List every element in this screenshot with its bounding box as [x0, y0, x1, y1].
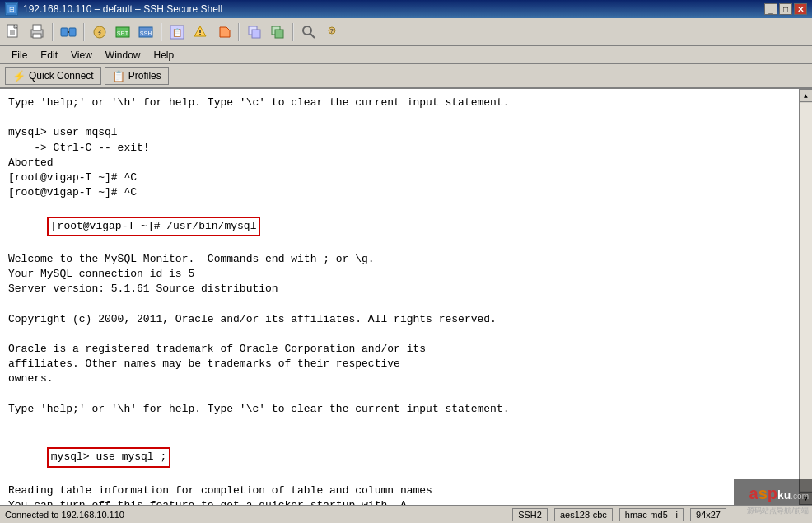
- term-line-22: Reading table information for completion…: [8, 483, 791, 498]
- toolbar-btn-9[interactable]: [298, 21, 320, 43]
- toolbar-btn-7[interactable]: [244, 21, 265, 43]
- svg-rect-8: [33, 25, 41, 30]
- quick-connect-label: Quick Connect: [29, 70, 94, 82]
- toolbar-btn-10[interactable]: ?: [321, 21, 343, 43]
- logo-asp: asp: [749, 484, 777, 503]
- profiles-icon: 📋: [112, 70, 125, 82]
- term-line-3: mysql> user mqsql: [8, 125, 791, 140]
- logo-a: a: [749, 484, 758, 502]
- window-controls: _ □ ✕: [764, 3, 807, 15]
- term-line-17: owners.: [8, 371, 791, 386]
- term-line-14: [8, 327, 791, 342]
- toolbar-btn-3[interactable]: SSH: [135, 21, 156, 43]
- logo-s: s: [758, 484, 768, 502]
- menu-window[interactable]: Window: [99, 48, 147, 63]
- term-line-15: Oracle is a registered trademark of Orac…: [8, 342, 791, 357]
- term-line-8: [root@vigap-T ~]# /usr/bin/mysql: [8, 200, 791, 252]
- minimize-button[interactable]: _: [764, 3, 777, 15]
- term-line-1: Type 'help;' or '\h' for help. Type '\c'…: [8, 96, 791, 110]
- close-button[interactable]: ✕: [794, 3, 807, 15]
- svg-rect-25: [252, 30, 260, 38]
- term-line-23: You can turn off this feature to get a q…: [8, 498, 791, 505]
- term-line-18: [8, 387, 791, 402]
- status-ssh: SSH2: [512, 508, 548, 521]
- svg-text:📋: 📋: [172, 27, 183, 38]
- status-bar: Connected to 192.168.10.110 SSH2 aes128-…: [0, 505, 812, 523]
- term-line-7: [root@vigap-T ~]# ^C: [8, 185, 791, 200]
- term-line-4: -> Ctrl-C -- exit!: [8, 141, 791, 156]
- status-connected: Connected to 192.168.10.110: [5, 510, 124, 520]
- svg-rect-11: [69, 28, 76, 36]
- menu-file[interactable]: File: [5, 48, 34, 63]
- logo-p: p: [768, 484, 777, 502]
- menu-edit[interactable]: Edit: [34, 48, 64, 63]
- svg-rect-27: [275, 30, 283, 38]
- terminal[interactable]: Type 'help;' or '\h' for help. Type '\c'…: [0, 89, 799, 505]
- nav-bar: ⚡ Quick Connect 📋 Profiles: [0, 64, 812, 89]
- status-dimensions: 94x27: [690, 508, 726, 521]
- term-line-12: [8, 297, 791, 311]
- menu-view[interactable]: View: [64, 48, 99, 63]
- term-line-9: Welcome to the MySQL Monitor. Commands e…: [8, 252, 791, 267]
- svg-line-29: [310, 34, 315, 38]
- toolbar-sep-2: [83, 23, 85, 41]
- scrollbar[interactable]: ▲ ▼: [799, 89, 812, 505]
- toolbar-btn-6[interactable]: [212, 21, 234, 43]
- term-line-20: [8, 417, 791, 432]
- window-title: 192.168.10.110 – default – SSH Secure Sh…: [23, 3, 222, 15]
- term-line-5: Aborted: [8, 156, 791, 170]
- title-bar-left: ⊞ 192.168.10.110 – default – SSH Secure …: [5, 2, 222, 16]
- term-line-13: Copyright (c) 2000, 2011, Oracle and/or …: [8, 312, 791, 327]
- toolbar-btn-8[interactable]: [267, 21, 288, 43]
- connect-button[interactable]: [58, 21, 79, 43]
- toolbar-btn-5[interactable]: [189, 21, 211, 43]
- term-line-11: Server version: 5.1.61 Source distributi…: [8, 282, 791, 297]
- title-bar: ⊞ 192.168.10.110 – default – SSH Secure …: [0, 0, 812, 18]
- status-hmac: hmac-md5 - i: [619, 508, 684, 521]
- status-cipher: aes128-cbc: [554, 508, 613, 521]
- toolbar-sep-1: [52, 23, 54, 41]
- svg-rect-10: [61, 28, 68, 36]
- term-line-21: mysql> use mysql ;: [8, 432, 791, 483]
- scroll-up[interactable]: ▲: [800, 89, 813, 102]
- svg-text:?: ?: [330, 27, 334, 35]
- toolbar-btn-4[interactable]: 📋: [166, 21, 188, 43]
- highlighted-command-1: [root@vigap-T ~]# /usr/bin/mysql: [47, 217, 261, 236]
- toolbar-sep-3: [161, 23, 162, 41]
- term-line-16: affiliates. Other names may be trademark…: [8, 357, 791, 371]
- new-button[interactable]: [3, 21, 25, 43]
- profiles-button[interactable]: 📋 Profiles: [105, 67, 169, 85]
- quick-connect-button[interactable]: ⚡ Quick Connect: [5, 67, 101, 85]
- toolbar-sep-5: [292, 23, 294, 41]
- svg-text:⚡: ⚡: [97, 29, 102, 38]
- menu-bar: File Edit View Window Help: [0, 46, 812, 64]
- toolbar-btn-1[interactable]: ⚡: [89, 21, 110, 43]
- svg-text:⊞: ⊞: [9, 6, 15, 13]
- svg-text:SFT: SFT: [117, 30, 129, 37]
- svg-rect-9: [33, 34, 41, 38]
- app-icon: ⊞: [5, 2, 18, 16]
- logo-tagline: 源码站点导航/前端: [747, 506, 809, 516]
- terminal-container: Type 'help;' or '\h' for help. Type '\c'…: [0, 89, 812, 505]
- scroll-track[interactable]: [800, 103, 812, 491]
- toolbar-btn-2[interactable]: SFT: [112, 21, 133, 43]
- svg-point-28: [303, 26, 311, 35]
- term-line-2: [8, 110, 791, 125]
- logo-area: asp ku .com: [749, 484, 809, 503]
- quick-connect-icon: ⚡: [12, 70, 26, 82]
- profiles-label: Profiles: [128, 70, 161, 82]
- toolbar: ⚡ SFT SSH 📋: [0, 18, 812, 46]
- logo-ku: ku: [777, 488, 791, 502]
- svg-text:SSH: SSH: [140, 30, 152, 37]
- maximize-button[interactable]: □: [779, 3, 792, 15]
- logo-com: .com: [791, 492, 809, 501]
- print-button[interactable]: [26, 21, 48, 43]
- highlighted-command-2: mysql> use mysql ;: [47, 447, 170, 467]
- svg-point-23: [199, 34, 201, 35]
- toolbar-sep-4: [238, 23, 240, 41]
- term-line-19: Type 'help;' or '\h' for help. Type '\c'…: [8, 402, 791, 417]
- term-line-10: Your MySQL connection id is 5: [8, 267, 791, 282]
- term-line-6: [root@vigap-T ~]# ^C: [8, 170, 791, 185]
- menu-help[interactable]: Help: [147, 48, 181, 63]
